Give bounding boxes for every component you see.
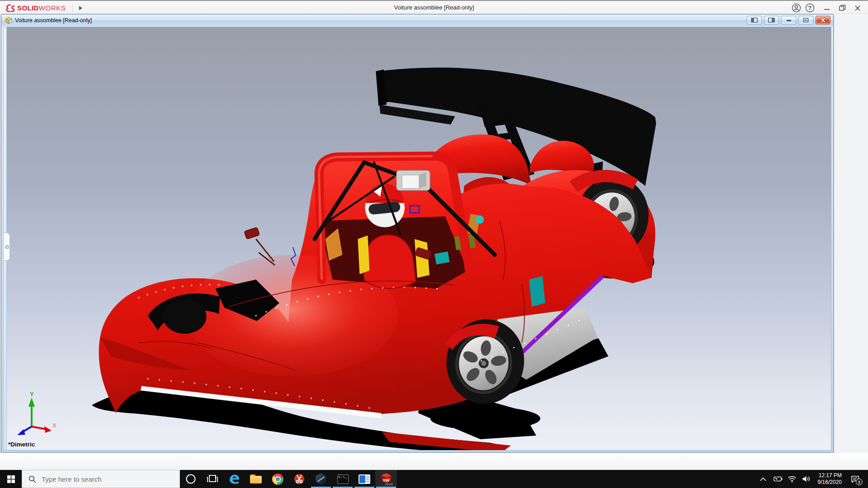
- desktop: SOLIDWORKS Voiture assomblee [Read-only]…: [0, 0, 868, 488]
- windows-start-icon: [7, 475, 15, 483]
- taskbar-item-command-prompt[interactable]: C:\_: [332, 470, 354, 488]
- help-icon: ?: [805, 3, 815, 13]
- search-icon: [28, 475, 36, 483]
- document-title: Voiture assomblee [Read-only]: [15, 17, 92, 23]
- app-titlebar: SOLIDWORKS Voiture assomblee [Read-only]…: [0, 0, 868, 14]
- action-center-button[interactable]: 1: [846, 470, 863, 488]
- system-tray: 12:17 PM 9/16/2020 1: [756, 470, 868, 488]
- orientation-triad: Y X: [14, 391, 57, 438]
- media-app-icon: [359, 474, 370, 484]
- dassault-3ds-logo-icon: [5, 4, 15, 13]
- app-window-controls: ?: [789, 2, 865, 14]
- minimize-icon: [824, 5, 830, 11]
- svg-text:?: ?: [808, 5, 811, 11]
- view-orientation-label: *Dimetric: [8, 441, 35, 448]
- document-restore-button[interactable]: [798, 16, 813, 24]
- close-icon: [854, 5, 861, 11]
- status-bar: [0, 453, 868, 470]
- microsoft-edge-icon: [228, 473, 241, 485]
- taskbar-item-edge[interactable]: [223, 470, 245, 488]
- split-pane-right-button[interactable]: [764, 16, 779, 24]
- speaker-icon: [802, 475, 811, 483]
- brand-solid: SOLID: [17, 4, 39, 12]
- taskbar-item-chrome[interactable]: [267, 470, 288, 488]
- taskbar-item-hexagon-app[interactable]: [310, 470, 332, 488]
- restore-icon: [839, 5, 846, 11]
- taskbar: C:\_ SW 2020: [0, 470, 868, 488]
- triad-y-label: Y: [30, 391, 34, 398]
- feature-manager-splitter-handle[interactable]: [4, 233, 10, 261]
- network-status[interactable]: [785, 470, 799, 488]
- brand-works: WORKS: [39, 4, 66, 12]
- notification-badge: 1: [856, 479, 863, 485]
- task-view-icon: [207, 474, 218, 484]
- split-pane-right-icon: [768, 18, 775, 23]
- taskbar-item-solidworks[interactable]: SW 2020: [375, 470, 397, 488]
- battery-charging-icon: [773, 476, 783, 482]
- document-close-button[interactable]: [816, 16, 830, 24]
- toolbar-expand-chevron-icon[interactable]: [78, 5, 83, 11]
- svg-text:2020: 2020: [385, 482, 393, 486]
- document-minimize-button[interactable]: [781, 16, 796, 24]
- clock-time: 12:17 PM: [818, 472, 842, 479]
- cortana-icon: [185, 474, 196, 484]
- google-chrome-icon: [272, 474, 283, 485]
- app-window-title: Voiture assomblee [Read-only]: [394, 1, 474, 14]
- document-titlebar[interactable]: Voiture assomblee [Read-only]: [1, 14, 833, 26]
- taskbar-item-task-view[interactable]: [202, 470, 223, 488]
- document-window-controls: [745, 16, 830, 24]
- command-prompt-icon: C:\_: [337, 474, 349, 484]
- account-button[interactable]: [789, 2, 803, 14]
- split-pane-left-button[interactable]: [747, 16, 762, 24]
- triad-x-label: X: [52, 422, 57, 429]
- battery-status[interactable]: [771, 470, 784, 488]
- start-button[interactable]: [0, 470, 22, 488]
- chevron-up-icon: [760, 477, 766, 481]
- graphics-viewport[interactable]: Y X *Dimetric: [3, 27, 831, 450]
- minimize-button[interactable]: [819, 2, 835, 14]
- document-close-icon: [820, 18, 826, 23]
- restore-button[interactable]: [835, 2, 850, 14]
- taskbar-item-cortana[interactable]: [180, 470, 202, 488]
- taskbar-item-file-explorer[interactable]: [245, 470, 267, 488]
- taskbar-search[interactable]: [22, 470, 180, 488]
- file-explorer-icon: [250, 474, 262, 483]
- close-button[interactable]: [850, 2, 865, 14]
- solidworks-2020-icon: SW 2020: [379, 472, 393, 486]
- hexagon-app-icon: [315, 473, 327, 485]
- search-input[interactable]: [42, 475, 155, 483]
- account-icon: [792, 3, 801, 13]
- wifi-icon: [788, 476, 797, 483]
- taskbar-item-snipping-tool[interactable]: [288, 470, 310, 488]
- brand-separator: [72, 4, 73, 12]
- snipping-tool-icon: [293, 473, 305, 485]
- document-restore-icon: [803, 18, 809, 23]
- volume-status[interactable]: [800, 470, 813, 488]
- split-pane-left-icon: [751, 18, 758, 23]
- document-window: Voiture assomblee [Read-only]: [1, 14, 834, 453]
- clock-date: 9/16/2020: [818, 479, 842, 486]
- assembly-document-icon: [5, 17, 13, 24]
- tray-overflow-button[interactable]: [756, 470, 770, 488]
- taskbar-item-media-app[interactable]: [354, 470, 375, 488]
- document-minimize-icon: [786, 18, 792, 23]
- car-model-3d[interactable]: [4, 27, 831, 450]
- help-button[interactable]: ?: [803, 2, 816, 14]
- solidworks-logo: SOLIDWORKS: [5, 2, 83, 14]
- taskbar-clock[interactable]: 12:17 PM 9/16/2020: [814, 472, 845, 486]
